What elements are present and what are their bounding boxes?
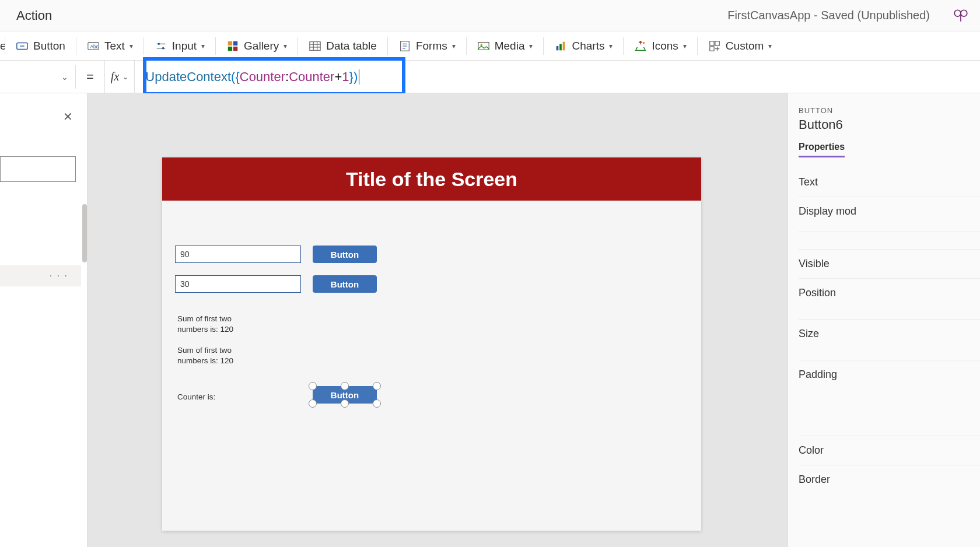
tab-properties[interactable]: Properties: [799, 142, 845, 157]
svg-rect-7: [228, 41, 232, 45]
data-table-icon: [309, 40, 321, 52]
screen-title-text: Title of the Screen: [346, 168, 517, 191]
svg-rect-19: [710, 41, 714, 45]
formula-token-function: UpdateContext: [145, 69, 231, 85]
charts-icon: [554, 40, 567, 52]
chevron-down-icon: ▾: [683, 42, 687, 50]
insert-media[interactable]: Media ▾: [467, 31, 544, 60]
chevron-down-icon: ▾: [609, 42, 612, 50]
tree-search-input[interactable]: [0, 156, 76, 182]
canvas-area[interactable]: Title of the Screen Button Button Sum of…: [88, 93, 788, 547]
svg-rect-9: [228, 46, 232, 50]
more-icon[interactable]: · · ·: [50, 271, 68, 281]
insert-gallery[interactable]: Gallery ▾: [216, 31, 298, 60]
main-area: ✕ · · · Title of the Screen Button Butto…: [0, 93, 980, 547]
formula-token-reference: Counter: [289, 69, 334, 85]
canvas-button-2-label: Button: [331, 279, 359, 289]
chevron-down-icon: ⌄: [123, 73, 128, 81]
input-icon: [155, 40, 167, 52]
insert-media-label: Media: [495, 40, 525, 52]
resize-handle[interactable]: [309, 399, 317, 408]
chevron-down-icon: ▾: [130, 42, 133, 50]
insert-datatable[interactable]: Data table: [298, 31, 387, 60]
insert-forms[interactable]: Forms ▾: [388, 31, 466, 60]
formula-token-operator: +: [334, 69, 342, 85]
svg-rect-13: [478, 42, 489, 50]
formula-token-bracket: }): [349, 69, 358, 85]
insert-ribbon: el Button Abc Text ▾ Input ▾ Gallery ▾: [0, 31, 980, 61]
ribbon-label-fragment: el: [0, 40, 5, 52]
prop-row-text[interactable]: Text: [799, 168, 980, 197]
app-checker-icon[interactable]: [953, 8, 968, 23]
formula-token-identifier: Counter: [240, 69, 285, 85]
gallery-icon: [226, 40, 239, 52]
resize-handle[interactable]: [373, 399, 381, 408]
insert-datatable-label: Data table: [326, 40, 377, 52]
fx-button[interactable]: fx ⌄: [104, 61, 135, 93]
prop-row-display-mode[interactable]: Display mod: [799, 197, 980, 226]
svg-rect-10: [233, 46, 237, 50]
svg-rect-16: [560, 44, 562, 50]
resize-handle[interactable]: [341, 382, 349, 390]
equals-sign: =: [76, 69, 104, 85]
insert-custom-label: Custom: [726, 40, 764, 52]
insert-text-label: Text: [104, 40, 125, 52]
prop-row-size[interactable]: Size: [799, 319, 980, 348]
text-input-1[interactable]: [175, 246, 301, 263]
app-status: FirstCanvasApp - Saved (Unpublished): [727, 9, 930, 22]
screen-title-banner: Title of the Screen: [162, 157, 701, 201]
resize-handle[interactable]: [373, 382, 381, 390]
tree-item-selected[interactable]: · · ·: [0, 265, 81, 286]
insert-icons[interactable]: Icons ▾: [624, 31, 696, 60]
insert-charts-label: Charts: [572, 40, 604, 52]
insert-input[interactable]: Input ▾: [144, 31, 215, 60]
insert-button-label: Button: [33, 40, 65, 52]
insert-icons-label: Icons: [652, 40, 678, 52]
svg-point-5: [158, 43, 160, 45]
prop-row-padding[interactable]: Padding: [799, 360, 980, 389]
formula-bar: ⌄ = fx ⌄ UpdateContext({Counter: Counter…: [0, 61, 980, 93]
formula-input[interactable]: UpdateContext({Counter: Counter + 1}): [135, 61, 980, 93]
insert-charts[interactable]: Charts ▾: [544, 31, 623, 60]
svg-point-0: [954, 10, 961, 16]
chevron-down-icon: ⌄: [61, 72, 68, 82]
forms-icon: [398, 40, 411, 52]
selected-control[interactable]: Button: [313, 386, 377, 404]
menu-bar: Action FirstCanvasApp - Saved (Unpublish…: [0, 0, 980, 31]
chevron-down-icon: ▾: [284, 42, 287, 50]
chevron-down-icon: ▾: [529, 42, 533, 50]
property-selector[interactable]: ⌄: [0, 65, 76, 89]
insert-button[interactable]: Button: [5, 31, 76, 60]
chevron-down-icon: ▾: [201, 42, 205, 50]
button-icon: [16, 40, 29, 52]
prop-row-visible[interactable]: Visible: [799, 249, 980, 278]
text-input-2[interactable]: [175, 275, 301, 293]
prop-row-border[interactable]: Border: [799, 465, 980, 494]
prop-row-color[interactable]: Color: [799, 436, 980, 465]
sum-label-1: Sum of first two numbers is: 120: [177, 314, 247, 335]
scrollbar[interactable]: [82, 204, 87, 262]
chevron-down-icon: ▾: [768, 42, 772, 50]
media-icon: [477, 40, 490, 52]
properties-pane: BUTTON Button6 Properties Text Display m…: [788, 93, 980, 547]
insert-text[interactable]: Abc Text ▾: [76, 31, 144, 60]
insert-input-label: Input: [172, 40, 197, 52]
resize-handle[interactable]: [309, 382, 317, 390]
custom-icon: [708, 40, 721, 52]
insert-custom[interactable]: Custom ▾: [698, 31, 782, 60]
properties-tabs: Properties: [799, 142, 980, 157]
icons-icon: [634, 40, 647, 52]
prop-row-position[interactable]: Position: [799, 278, 980, 307]
tree-view-pane: ✕ · · ·: [0, 93, 88, 547]
control-name[interactable]: Button6: [799, 117, 980, 132]
canvas-button-1[interactable]: Button: [313, 246, 377, 263]
text-cursor: [359, 69, 359, 85]
resize-handle[interactable]: [341, 399, 349, 408]
svg-rect-15: [556, 46, 559, 50]
close-icon[interactable]: ✕: [63, 110, 73, 124]
canvas-button-1-label: Button: [331, 250, 359, 260]
menu-action[interactable]: Action: [16, 8, 52, 23]
svg-rect-17: [563, 41, 565, 50]
insert-forms-label: Forms: [416, 40, 447, 52]
canvas-button-2[interactable]: Button: [313, 275, 377, 293]
